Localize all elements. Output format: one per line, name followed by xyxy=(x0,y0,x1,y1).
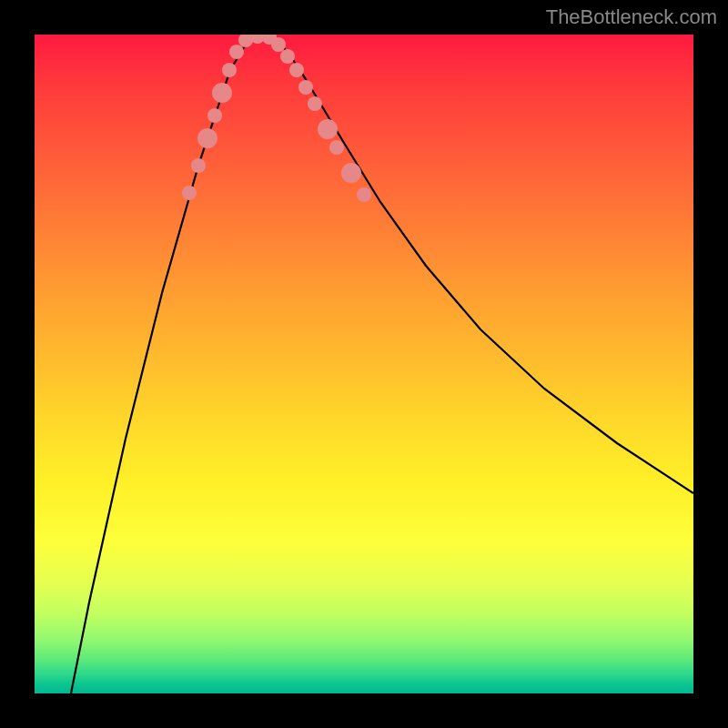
marker-point xyxy=(280,49,295,64)
highlight-markers xyxy=(182,35,371,202)
marker-point xyxy=(271,37,286,52)
plot-area xyxy=(35,35,693,693)
chart-svg xyxy=(35,35,693,693)
marker-point xyxy=(289,63,304,77)
marker-point xyxy=(329,140,344,155)
marker-point xyxy=(207,108,222,123)
marker-point xyxy=(222,63,237,77)
marker-point xyxy=(341,163,361,183)
chart-container: TheBottleneck.com xyxy=(0,0,728,728)
bottleneck-curve xyxy=(71,36,693,693)
marker-point xyxy=(191,158,206,173)
marker-point xyxy=(229,45,244,59)
marker-point xyxy=(298,80,313,95)
marker-point xyxy=(357,187,371,202)
marker-point xyxy=(197,128,217,148)
marker-point xyxy=(308,96,322,111)
marker-point xyxy=(182,186,197,200)
watermark-text: TheBottleneck.com xyxy=(546,5,717,29)
marker-point xyxy=(318,119,338,139)
marker-point xyxy=(212,83,232,103)
